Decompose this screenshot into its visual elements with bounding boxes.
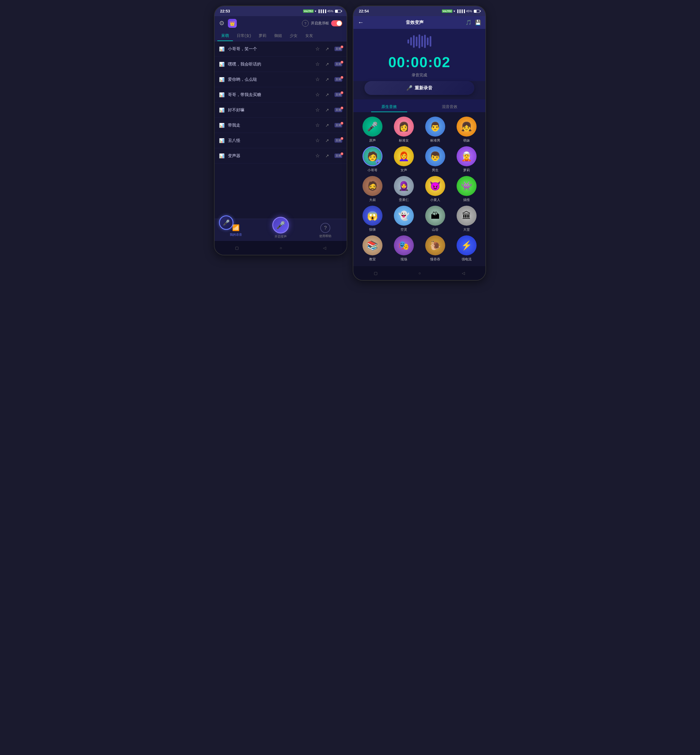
voice-item-4[interactable]: 📊 哥哥，带我去买糖 ☆ ↗ 直播 新: [214, 87, 347, 102]
header-left: ⚙ 👑: [219, 19, 237, 28]
floating-mic-button[interactable]: 🎤: [219, 216, 233, 230]
effect-classroom[interactable]: 📚 教室: [358, 235, 387, 262]
effect-tabs: 原生音效 混音音效: [353, 99, 486, 112]
effect-minion[interactable]: 😈 小黄人: [420, 176, 450, 202]
sys-circle-btn-2[interactable]: ○: [419, 271, 421, 275]
tab-daily-female[interactable]: 日常(女): [233, 31, 255, 41]
wave-icon-3: 📊: [219, 77, 225, 82]
tab-daomeng[interactable]: 呆萌: [217, 31, 233, 41]
effect-avatar-classroom: 📚: [362, 235, 383, 255]
help-nav-icon: ?: [320, 223, 330, 233]
star-icon-4[interactable]: ☆: [315, 92, 320, 98]
voice-item-7[interactable]: 📊 丑八怪 ☆ ↗ 直播 新: [214, 133, 347, 148]
star-icon-6[interactable]: ☆: [315, 122, 320, 128]
effect-horror[interactable]: 😱 惊悚: [358, 206, 387, 232]
effect-electric[interactable]: ⚡ 强电流: [452, 235, 481, 262]
effect-cute-girl[interactable]: 👧 萌妹: [452, 117, 481, 143]
effect-avatar-valley: 🏔: [425, 206, 445, 226]
nav-help[interactable]: ? 使用帮助: [319, 223, 331, 238]
effect-male[interactable]: 👦 男生: [420, 146, 450, 173]
effect-original[interactable]: 🎤 原声: [358, 117, 387, 143]
voice-item-5[interactable]: 📊 好不好嘛 ☆ ↗ 直播 新: [214, 102, 347, 118]
voice-name-1: 小哥哥，笑一个: [228, 46, 312, 52]
new-dot-6: 新: [341, 122, 343, 125]
new-dot-5: 新: [341, 106, 343, 109]
effect-avatar-stage: 🎭: [394, 235, 414, 255]
tab-mix-effects[interactable]: 混音音效: [419, 102, 480, 112]
voice-item-6[interactable]: 📊 带我走 ☆ ↗ 直播 新: [214, 118, 347, 133]
effect-name-uncle: 大叔: [369, 198, 376, 202]
crown-icon[interactable]: 👑: [228, 19, 237, 28]
effect-luoli[interactable]: 🧝 萝莉: [452, 146, 481, 173]
effect-valley[interactable]: 🏔 山谷: [420, 206, 450, 232]
export-icon-6[interactable]: ↗: [325, 123, 329, 128]
voice-item-3[interactable]: 📊 爱你哟，么么哒 ☆ ↗ 直播 新: [214, 72, 347, 87]
mic-btn[interactable]: 🎤: [272, 217, 289, 233]
effect-foreigner[interactable]: 🧕 歪果仁: [389, 176, 418, 202]
wbar-8: [427, 38, 428, 45]
status-icons-2: VoLTE2 ▾ ▐▐▐▐ 45%: [442, 9, 480, 13]
float-toggle[interactable]: [331, 20, 342, 27]
effect-young-bro[interactable]: 🧑 🎤 小哥哥: [358, 146, 387, 173]
effect-female-voice[interactable]: 👩‍🦰 女声: [389, 146, 418, 173]
effect-uncle[interactable]: 🧔 大叔: [358, 176, 387, 202]
effect-standard-male[interactable]: 👨 标准男: [420, 117, 450, 143]
new-dot-3: 新: [341, 76, 343, 79]
nav-start-voice[interactable]: 🎤 开启变声: [272, 222, 289, 239]
wave-icon-8: 📊: [219, 153, 225, 158]
voice-name-3: 爱你哟，么么哒: [228, 77, 312, 82]
voice-item-8[interactable]: 📊 变声器 ☆ ↗ 直播 新: [214, 148, 347, 164]
tab-nvyou[interactable]: 女友: [302, 31, 317, 41]
nav-my-voice-label: 我的语音: [230, 233, 242, 237]
sys-back-btn[interactable]: ◁: [323, 245, 326, 250]
effect-monster[interactable]: 👾 搞怪: [452, 176, 481, 202]
sys-square-btn[interactable]: ▢: [235, 245, 239, 250]
tab-shaonv[interactable]: 少女: [286, 31, 302, 41]
export-icon-1[interactable]: ↗: [325, 46, 329, 52]
new-dot-4: 新: [341, 91, 343, 94]
export-icon-5[interactable]: ↗: [325, 108, 329, 113]
voice-name-6: 带我走: [228, 123, 312, 128]
settings-icon[interactable]: ⚙: [219, 20, 225, 27]
star-icon-1[interactable]: ☆: [315, 46, 320, 52]
sys-circle-btn[interactable]: ○: [280, 245, 282, 250]
star-icon-7[interactable]: ☆: [315, 138, 320, 144]
effect-standard-female[interactable]: 👩 标准女: [389, 117, 418, 143]
export-icon-2[interactable]: ↗: [325, 62, 329, 67]
effect-slow[interactable]: 🐌 慢吞吞: [420, 235, 450, 262]
sys-square-btn-2[interactable]: ▢: [374, 271, 378, 275]
tab-bar-1: 呆萌 日常(女) 萝莉 御姐 少女 女友: [214, 31, 347, 41]
effect-name-luoli: 萝莉: [463, 168, 470, 173]
active-dot: 🎤: [375, 159, 381, 164]
star-icon-2[interactable]: ☆: [315, 61, 320, 67]
save-icon[interactable]: 💾: [475, 19, 481, 25]
star-icon-3[interactable]: ☆: [315, 76, 320, 83]
music-list-icon[interactable]: 🎵: [466, 19, 472, 25]
star-icon-5[interactable]: ☆: [315, 107, 320, 113]
tab-luoli[interactable]: 萝莉: [255, 31, 270, 41]
status-time-1: 22:53: [220, 9, 230, 13]
help-icon[interactable]: ?: [302, 20, 309, 27]
rerecord-button[interactable]: 🎤 重新录音: [364, 81, 474, 95]
effect-name-valley: 山谷: [432, 227, 439, 232]
export-icon-3[interactable]: ↗: [325, 77, 329, 82]
voice-item-1[interactable]: 📊 小哥哥，笑一个 ☆ ↗ 直播 新: [214, 41, 347, 56]
effect-stage[interactable]: 🎭 现场: [389, 235, 418, 262]
voice-item-2[interactable]: 📊 嘿嘿，我会听话的 ☆ ↗ 直播 新: [214, 56, 347, 72]
header-actions: 🎵 💾: [466, 19, 481, 25]
back-button[interactable]: ←: [358, 19, 364, 26]
effect-name-original: 原声: [369, 138, 376, 143]
sys-back-btn-2[interactable]: ◁: [462, 271, 465, 275]
effect-name-youngbro: 小哥哥: [367, 168, 378, 173]
export-icon-8[interactable]: ↗: [325, 153, 329, 158]
star-icon-8[interactable]: ☆: [315, 153, 320, 159]
status-icons-1: VoLTE2 ▾ ▐▐▐▐ 45%: [303, 9, 341, 13]
tab-yujie[interactable]: 御姐: [270, 31, 286, 41]
export-icon-7[interactable]: ↗: [325, 138, 329, 143]
export-icon-4[interactable]: ↗: [325, 92, 329, 97]
tab-native-effects[interactable]: 原生音效: [359, 102, 419, 112]
effect-hall[interactable]: 🏛 大堂: [452, 206, 481, 232]
effect-ghost[interactable]: 👻 空灵: [389, 206, 418, 232]
wbar-9: [430, 36, 431, 47]
signal-icon-2: ▐▐▐▐: [456, 9, 465, 13]
